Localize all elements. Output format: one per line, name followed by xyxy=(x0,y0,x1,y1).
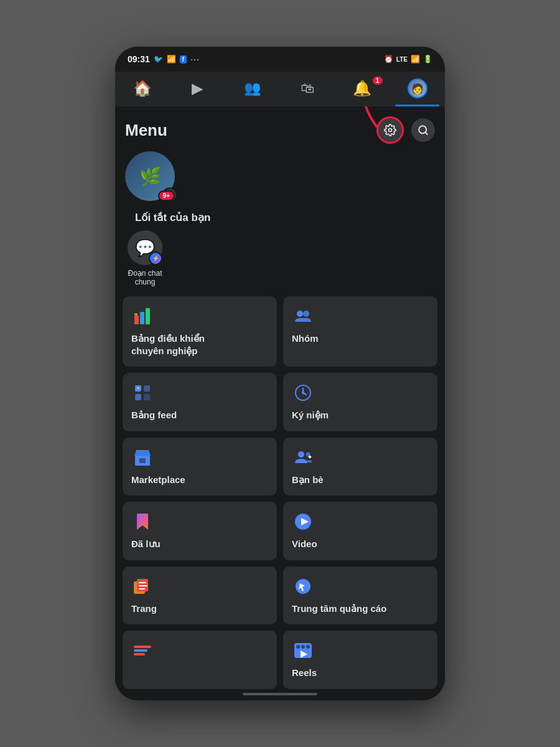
menu-title: Menu xyxy=(125,121,167,140)
nav-notifications[interactable]: 🔔 1 xyxy=(335,72,390,105)
menu-tile-friends[interactable]: Bạn bè xyxy=(283,438,437,496)
facebook-status-icon: f xyxy=(180,55,187,63)
home-indicator xyxy=(243,693,317,695)
svg-point-16 xyxy=(303,311,309,317)
store-icon: 🛍 xyxy=(301,80,314,96)
status-right: ⏰ LTE 📶 🔋 xyxy=(384,55,432,63)
video-icon: ▶ xyxy=(192,80,203,97)
battery-icon: 🔋 xyxy=(423,55,432,63)
svg-point-46 xyxy=(306,645,310,649)
nav-friends[interactable]: 👥 xyxy=(225,72,280,105)
profile-avatar-container[interactable]: 🌿 ▾ 9+ xyxy=(125,151,175,201)
more-icon xyxy=(131,639,154,662)
menu-tile-dashboard[interactable]: Bảng điều khiểnchuyên nghiệp xyxy=(123,296,277,367)
shortcut-label: Đoạn chatchung xyxy=(128,269,162,286)
shortcuts-section: Lối tắt của bạn xyxy=(115,206,445,230)
menu-tile-more[interactable] xyxy=(123,631,277,689)
search-button[interactable] xyxy=(411,118,435,142)
menu-tile-marketplace[interactable]: Marketplace xyxy=(123,438,277,496)
svg-point-0 xyxy=(389,129,392,132)
settings-button[interactable] xyxy=(376,116,404,144)
svg-rect-41 xyxy=(134,649,147,652)
menu-tile-reels[interactable]: Reels xyxy=(283,631,437,689)
marketplace-icon xyxy=(131,446,154,469)
nav-home[interactable]: 🏠 xyxy=(115,72,170,105)
reels-icon xyxy=(292,639,314,662)
friends-label: Bạn bè xyxy=(292,474,429,486)
svg-rect-42 xyxy=(134,653,145,655)
avatar-nav-inner: 🧑 xyxy=(409,80,426,97)
shortcut-icon-bg: 💬 ⚡ xyxy=(128,230,162,265)
svg-rect-18 xyxy=(135,394,141,400)
video-label: Video xyxy=(292,538,429,550)
nav-video[interactable]: ▶ xyxy=(170,72,225,105)
status-bar: 09:31 🐦 📶 f ··· ⏰ LTE 📶 🔋 xyxy=(115,47,445,72)
svg-rect-14 xyxy=(134,313,138,316)
bell-icon: 🔔 xyxy=(353,80,371,97)
signal-icon: 📶 xyxy=(411,55,420,63)
menu-grid: Bảng điều khiểnchuyên nghiệp Nhóm xyxy=(115,296,445,689)
marketplace-label: Marketplace xyxy=(131,474,268,486)
svg-point-23 xyxy=(302,392,304,394)
menu-tile-pages[interactable]: Trang xyxy=(123,566,277,625)
status-left: 09:31 🐦 📶 f ··· xyxy=(128,54,200,64)
menu-tile-ads[interactable]: Trung tâm quảng cáo xyxy=(283,566,437,625)
avatar-badge: 9+ xyxy=(158,190,175,201)
dots-icon: ··· xyxy=(190,54,200,64)
shortcuts-row: 💬 ⚡ Đoạn chatchung xyxy=(115,230,445,296)
feed-label: Bảng feed xyxy=(131,409,268,421)
svg-point-15 xyxy=(297,311,303,317)
saved-label: Đã lưu xyxy=(131,538,268,550)
notification-badge: 1 xyxy=(373,77,383,85)
saved-icon xyxy=(131,510,154,533)
home-icon: 🏠 xyxy=(133,80,152,97)
time: 09:31 xyxy=(128,54,150,64)
svg-rect-19 xyxy=(144,385,150,392)
memory-icon xyxy=(292,382,314,404)
messenger-overlay: ⚡ xyxy=(149,251,162,265)
phone-frame: 09:31 🐦 📶 f ··· ⏰ LTE 📶 🔋 🏠 ▶ 👥 🛍 🔔 1 xyxy=(115,47,445,700)
ads-label: Trung tâm quảng cáo xyxy=(292,603,429,615)
messenger-icon: ⚡ xyxy=(152,255,159,261)
pages-label: Trang xyxy=(131,603,268,615)
ads-icon xyxy=(292,575,314,598)
main-content: Menu xyxy=(115,106,445,700)
svg-point-44 xyxy=(296,645,300,649)
svg-rect-11 xyxy=(134,316,139,324)
svg-text:≡: ≡ xyxy=(137,386,139,390)
svg-rect-12 xyxy=(140,312,144,324)
avatar-nav: 🧑 xyxy=(408,78,427,98)
nav-marketplace[interactable]: 🛍 xyxy=(280,72,335,105)
svg-line-2 xyxy=(425,132,427,134)
svg-rect-40 xyxy=(134,646,151,648)
menu-tile-feed[interactable]: ≡ Bảng feed xyxy=(123,373,277,431)
svg-point-45 xyxy=(301,645,305,649)
nav-menu[interactable]: 🧑 xyxy=(390,72,445,105)
pages-icon xyxy=(131,575,154,598)
video-icon-tile xyxy=(292,510,314,533)
reels-label: Reels xyxy=(292,667,429,679)
friends-icon xyxy=(292,446,314,469)
menu-tile-video[interactable]: Video xyxy=(283,502,437,560)
svg-rect-13 xyxy=(146,308,150,324)
menu-tile-saved[interactable]: Đã lưu xyxy=(123,502,277,560)
shortcut-doan-chat[interactable]: 💬 ⚡ Đoạn chatchung xyxy=(123,230,167,286)
menu-tile-memory[interactable]: Ký niệm xyxy=(283,373,437,431)
svg-rect-26 xyxy=(139,458,146,463)
menu-header: Menu xyxy=(115,106,445,151)
sim-icon: 📶 xyxy=(167,55,176,63)
profile-section: 🌿 ▾ 9+ xyxy=(115,151,445,206)
shortcuts-label: Lối tắt của bạn xyxy=(125,207,220,231)
menu-tile-nhom[interactable]: Nhóm xyxy=(283,296,437,367)
nhom-icon xyxy=(292,305,314,327)
svg-point-27 xyxy=(298,451,304,458)
lte-icon: LTE xyxy=(396,56,408,63)
nav-bar: 🏠 ▶ 👥 🛍 🔔 1 🧑 xyxy=(115,72,445,106)
twitter-icon: 🐦 xyxy=(154,55,163,63)
feed-icon: ≡ xyxy=(131,382,154,404)
friends-icon: 👥 xyxy=(244,80,261,96)
svg-rect-20 xyxy=(144,394,150,400)
menu-header-icons xyxy=(376,116,435,144)
alarm-icon: ⏰ xyxy=(384,55,393,63)
nhom-label: Nhóm xyxy=(292,332,429,345)
